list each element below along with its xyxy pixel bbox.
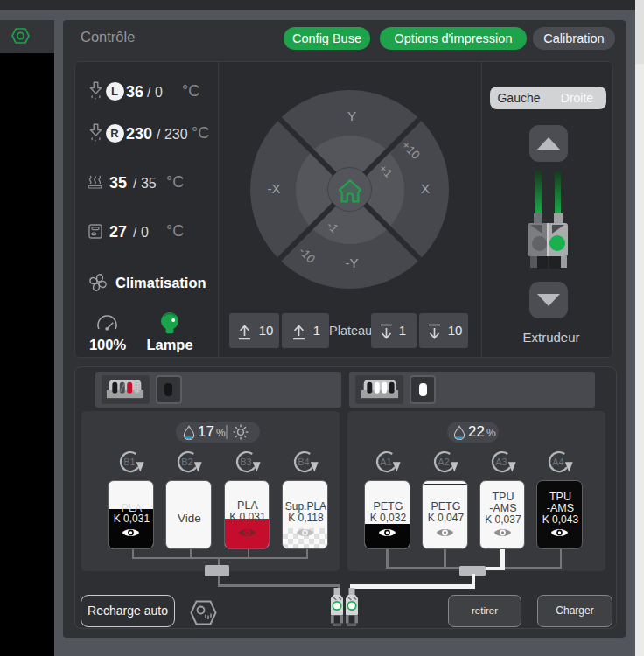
svg-text:B1: B1 [123, 457, 135, 467]
svg-text:B2: B2 [181, 457, 192, 467]
svg-text:A4: A4 [552, 457, 564, 467]
svg-text:A1: A1 [380, 457, 391, 467]
svg-text:B4: B4 [298, 457, 309, 467]
svg-text:A3: A3 [495, 457, 507, 467]
svg-text:A2: A2 [438, 457, 449, 467]
svg-text:B3: B3 [240, 457, 251, 467]
